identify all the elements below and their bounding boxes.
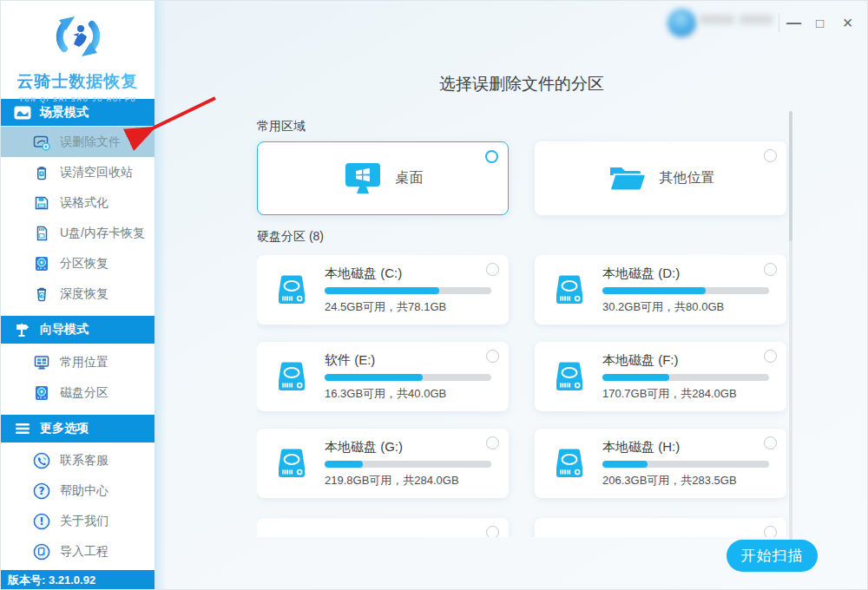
radio-disk-c[interactable] [486, 263, 499, 276]
content-left-glow [155, 1, 167, 590]
radio-disk-d[interactable] [764, 263, 777, 276]
sidebar-item-partition-recovery[interactable]: 分区恢复 [1, 248, 155, 279]
sidebar-item-deep-recovery[interactable]: 深度恢复 [1, 279, 155, 309]
disk-usage-bar [602, 287, 769, 294]
scene-mode-icon [13, 103, 32, 122]
sidebar-item-label: 深度恢复 [60, 286, 108, 302]
wizard-mode-icon [13, 320, 32, 339]
disk-usage-bar [325, 287, 491, 294]
app-window: 云骑士数据恢复 YUN QI SHI SHU JU HUI FU 场景模式 误删… [0, 0, 868, 590]
disk-card-c[interactable]: 本地磁盘 (C:) 24.5GB可用，共78.1GB [257, 255, 509, 324]
sidebar-item-label: 误删除文件 [60, 134, 121, 150]
maximize-button[interactable]: □ [808, 11, 832, 35]
recycle-bin-icon [32, 163, 51, 182]
disk-card-f[interactable]: 本地磁盘 (F:) 170.7GB可用，共284.0GB [535, 342, 786, 411]
disk-info: 170.7GB可用，共284.0GB [602, 386, 737, 402]
disk-name: 本地磁盘 (C:) [325, 266, 402, 282]
deep-recovery-icon [32, 285, 51, 304]
titlebar-divider [779, 13, 779, 32]
disk-info: 30.2GB可用，共80.0GB [602, 299, 724, 315]
scrollbar[interactable] [789, 111, 792, 572]
disk-usage-fill [602, 287, 706, 294]
disk-info: 24.5GB可用，共78.1GB [325, 299, 446, 315]
sidebar-section-more-options: 更多选项 [1, 415, 155, 442]
disk-partitions-label: 硬盘分区 (8) [257, 229, 324, 245]
partition-disk-icon [32, 254, 51, 273]
phone-support-icon [32, 451, 51, 470]
logo-circular-arrows-icon [47, 6, 109, 67]
sidebar-item-usb-memory-card[interactable]: U盘/内存卡恢复 [1, 218, 155, 248]
minimize-button[interactable]: — [782, 11, 806, 35]
radio-disk-h[interactable] [764, 436, 777, 449]
radio-disk-partial[interactable] [486, 526, 499, 537]
radio-disk-partial[interactable] [764, 526, 777, 537]
sidebar-item-label: 误清空回收站 [60, 165, 133, 180]
disk-name: 软件 (E:) [325, 352, 375, 369]
disk-usage-bar [325, 374, 491, 381]
disk-card-e[interactable]: 软件 (E:) 16.3GB可用，共40.0GB [257, 342, 509, 411]
section-label: 向导模式 [40, 322, 89, 338]
sidebar-item-formatted[interactable]: 误格式化 [1, 187, 155, 218]
sidebar-item-label: 关于我们 [60, 514, 108, 529]
sidebar-item-import-project[interactable]: 导入工程 [1, 536, 155, 567]
disk-usage-bar [602, 461, 769, 468]
disk-card-h[interactable]: 本地磁盘 (H:) 206.3GB可用，共283.5GB [535, 429, 786, 498]
sidebar-item-emptied-recycle-bin[interactable]: 误清空回收站 [1, 157, 155, 187]
disk-usage-bar [325, 461, 491, 468]
sidebar-gap [1, 408, 155, 415]
radio-disk-f[interactable] [764, 350, 777, 363]
svg-text:?: ? [39, 485, 45, 497]
disk-usage-bar [602, 374, 769, 381]
sidebar-item-about-us[interactable]: ! 关于我们 [1, 506, 155, 536]
page-title: 选择误删除文件的分区 [257, 73, 786, 95]
section-label: 场景模式 [40, 105, 89, 121]
hdd-icon [276, 358, 307, 395]
sidebar-item-disk-partitions[interactable]: 磁盘分区 [1, 377, 155, 408]
disk-usage-fill [602, 461, 648, 468]
disk-card-partial[interactable] [535, 518, 786, 537]
more-options-icon [13, 419, 32, 438]
hdd-icon [276, 445, 307, 482]
location-card-desktop[interactable]: 桌面 [257, 141, 509, 215]
scrollbar-thumb[interactable] [789, 111, 792, 241]
radio-disk-g[interactable] [486, 436, 499, 449]
sidebar-item-label: U盘/内存卡恢复 [60, 226, 145, 241]
location-card-other[interactable]: 其他位置 [535, 141, 786, 215]
disk-name: 本地磁盘 (D:) [602, 266, 680, 282]
folder-open-icon [607, 163, 647, 194]
start-scan-button[interactable]: 开始扫描 [727, 540, 818, 572]
memory-card-icon [32, 224, 51, 243]
location-card-label: 其他位置 [660, 169, 715, 187]
close-button[interactable]: × [836, 11, 859, 35]
disk-partitions-icon [32, 384, 51, 403]
logo-title: 云骑士数据恢复 [1, 70, 155, 93]
location-card-label: 桌面 [396, 169, 424, 187]
radio-desktop[interactable] [485, 150, 498, 163]
deleted-files-icon [32, 133, 51, 152]
disk-name: 本地磁盘 (F:) [602, 352, 679, 369]
radio-other-location[interactable] [764, 149, 777, 162]
sidebar-section-wizard-mode: 向导模式 [1, 316, 155, 344]
disk-usage-fill [325, 461, 363, 468]
sidebar-item-contact-support[interactable]: 联系客服 [1, 445, 155, 475]
disk-card-partial[interactable] [257, 518, 509, 537]
disk-usage-fill [325, 374, 423, 381]
disk-card-g[interactable]: 本地磁盘 (G:) 219.8GB可用，共284.0GB [257, 429, 509, 498]
hdd-icon [554, 445, 585, 482]
main-content: — □ × 选择误删除文件的分区 常用区域 桌面 [155, 1, 868, 590]
disk-info: 219.8GB可用，共284.0GB [325, 473, 459, 488]
sidebar-item-help-center[interactable]: ? 帮助中心 [1, 475, 155, 506]
sidebar-item-label: 误格式化 [60, 195, 108, 211]
disk-card-d[interactable]: 本地磁盘 (D:) 30.2GB可用，共80.0GB [535, 255, 786, 324]
sidebar-item-label: 常用位置 [60, 355, 108, 370]
app-logo: 云骑士数据恢复 YUN QI SHI SHU JU HUI FU [1, 1, 155, 99]
sidebar-gap [1, 309, 155, 316]
svg-text:!: ! [39, 515, 43, 528]
radio-disk-e[interactable] [486, 350, 499, 363]
sidebar-item-common-locations[interactable]: 常用位置 [1, 347, 155, 377]
help-icon: ? [32, 482, 51, 501]
section-label: 更多选项 [40, 421, 89, 436]
sidebar: 云骑士数据恢复 YUN QI SHI SHU JU HUI FU 场景模式 误删… [1, 1, 155, 590]
sidebar-item-deleted-files[interactable]: 误删除文件 [1, 127, 155, 157]
version-text: 版本号: 3.21.0.92 [8, 573, 95, 588]
